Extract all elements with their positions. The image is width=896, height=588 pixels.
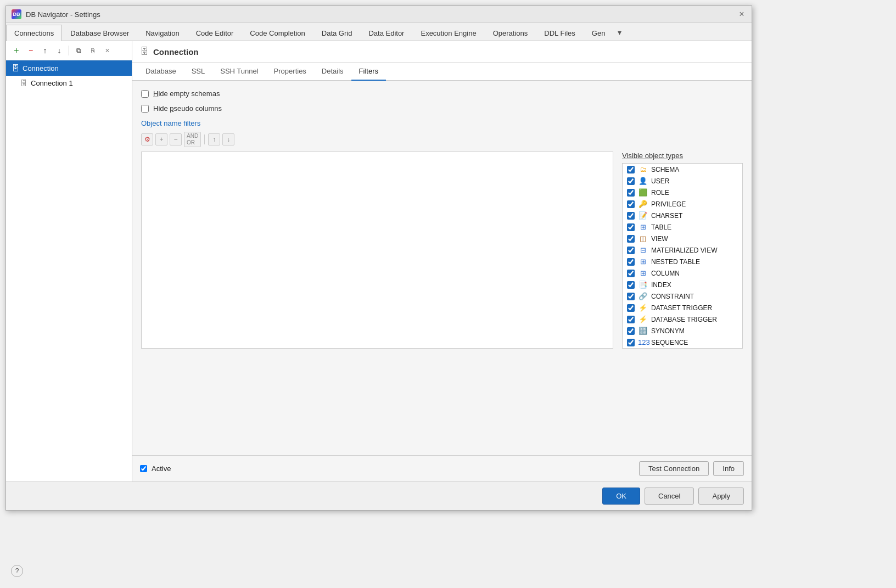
- tab-navigation[interactable]: Navigation: [137, 25, 187, 41]
- tab-ddl-files[interactable]: DDL Files: [536, 25, 584, 41]
- subtab-ssh-tunnel[interactable]: SSH Tunnel: [212, 63, 266, 81]
- type-name: DATASET TRIGGER: [651, 304, 712, 312]
- type-checkbox[interactable]: [627, 189, 635, 197]
- info-button[interactable]: Info: [713, 461, 744, 476]
- move-down-button[interactable]: ↓: [53, 44, 65, 57]
- apply-button[interactable]: Apply: [698, 488, 744, 505]
- sub-tab-bar: Database SSL SSH Tunnel Properties Detai…: [132, 63, 752, 81]
- object-name-filters-label: Object name filters: [141, 119, 743, 127]
- close-button[interactable]: ×: [737, 10, 746, 19]
- section-header: 🗄 Connection: [132, 41, 752, 63]
- help-button[interactable]: ?: [11, 565, 23, 577]
- subtab-properties[interactable]: Properties: [266, 63, 314, 81]
- visible-types-title: Visible object types: [622, 152, 743, 160]
- type-checkbox[interactable]: [627, 293, 635, 300]
- type-item: 🗂SCHEMA: [623, 164, 742, 175]
- tab-bar: Connections Database Browser Navigation …: [6, 23, 752, 41]
- type-checkbox[interactable]: [627, 200, 635, 208]
- type-checkbox[interactable]: [627, 270, 635, 277]
- type-item: ⚡DATABASE TRIGGER: [623, 313, 742, 325]
- filter-input-box[interactable]: [141, 152, 613, 349]
- type-icon: ⊞: [638, 223, 648, 231]
- subtab-database[interactable]: Database: [138, 63, 184, 81]
- type-item: ◫VIEW: [623, 233, 742, 244]
- sidebar-toolbar: + − ↑ ↓ ⧉ ⎘ ✕: [6, 41, 132, 60]
- type-item: 📑INDEX: [623, 279, 742, 290]
- type-checkbox[interactable]: [627, 281, 635, 289]
- type-name: ROLE: [651, 189, 669, 197]
- type-name: DATABASE TRIGGER: [651, 316, 717, 323]
- object-name-filters-section: Object name filters ⚙ + − AND OR ↑ ↓: [141, 119, 743, 349]
- type-checkbox[interactable]: [627, 212, 635, 220]
- type-icon: ⚡: [638, 315, 648, 323]
- type-checkbox[interactable]: [627, 223, 635, 231]
- type-checkbox[interactable]: [627, 327, 635, 335]
- subtab-details[interactable]: Details: [314, 63, 351, 81]
- hide-empty-schemas-row: Hide empty schemas: [141, 89, 743, 98]
- tab-gen[interactable]: Gen: [584, 25, 614, 41]
- paste-button[interactable]: ⎘: [87, 44, 99, 57]
- tab-code-completion[interactable]: Code Completion: [242, 25, 313, 41]
- subtab-filters[interactable]: Filters: [351, 63, 386, 81]
- filter-up-btn[interactable]: ↑: [208, 133, 220, 145]
- type-checkbox[interactable]: [627, 235, 635, 243]
- sidebar-item-connection1[interactable]: 🗄 Connection 1: [6, 76, 132, 91]
- move-up-button[interactable]: ↑: [39, 44, 51, 57]
- type-checkbox[interactable]: [627, 339, 635, 346]
- copy-button[interactable]: ⧉: [72, 44, 85, 57]
- bottom-bar: Active Test Connection Info: [132, 455, 752, 481]
- sidebar-item-connection[interactable]: 🗄 Connection: [6, 60, 132, 76]
- filter-toolbar-divider: [204, 135, 205, 144]
- type-icon: 📑: [638, 281, 648, 289]
- bottom-left: Active: [140, 464, 171, 473]
- section-header-icon: 🗄: [140, 47, 149, 57]
- subtab-ssl[interactable]: SSL: [184, 63, 213, 81]
- filter-toolbar: ⚙ + − AND OR ↑ ↓: [141, 132, 743, 147]
- type-checkbox[interactable]: [627, 177, 635, 185]
- type-icon: 🔡: [638, 327, 648, 335]
- filter-down-btn[interactable]: ↓: [222, 133, 234, 145]
- connection1-icon: 🗄: [20, 79, 27, 87]
- toolbar-divider-1: [69, 46, 69, 55]
- type-name: MATERIALIZED VIEW: [651, 247, 717, 254]
- window-title: DB Navigator - Settings: [26, 10, 100, 19]
- app-icon: DB: [12, 9, 21, 19]
- test-connection-button[interactable]: Test Connection: [639, 461, 709, 476]
- delete-button[interactable]: ✕: [101, 44, 113, 57]
- type-name: CHARSET: [651, 212, 682, 220]
- tab-connections[interactable]: Connections: [6, 25, 62, 41]
- filter-remove-btn[interactable]: −: [170, 133, 182, 145]
- add-button[interactable]: +: [10, 44, 23, 57]
- filter-and-or-btn[interactable]: AND OR: [184, 132, 201, 147]
- ok-button[interactable]: OK: [602, 488, 640, 505]
- type-item: ⊞COLUMN: [623, 267, 742, 279]
- type-checkbox[interactable]: [627, 166, 635, 173]
- type-item: 🟩ROLE: [623, 187, 742, 198]
- type-checkbox[interactable]: [627, 304, 635, 312]
- tab-database-browser[interactable]: Database Browser: [62, 25, 137, 41]
- hide-pseudo-columns-checkbox[interactable]: [141, 105, 149, 113]
- type-icon: ⊞: [638, 269, 648, 277]
- title-bar-left: DB DB Navigator - Settings: [12, 9, 100, 19]
- remove-button[interactable]: −: [25, 44, 37, 57]
- type-checkbox[interactable]: [627, 316, 635, 323]
- tab-operations[interactable]: Operations: [485, 25, 536, 41]
- type-item: 123SEQUENCE: [623, 337, 742, 348]
- active-checkbox[interactable]: [140, 465, 147, 472]
- hide-empty-schemas-checkbox[interactable]: [141, 90, 149, 98]
- type-name: SCHEMA: [651, 166, 679, 173]
- filter-add-btn[interactable]: +: [155, 133, 167, 145]
- type-checkbox[interactable]: [627, 247, 635, 254]
- type-checkbox[interactable]: [627, 258, 635, 266]
- type-item: 🔑PRIVILEGE: [623, 198, 742, 210]
- tab-code-editor[interactable]: Code Editor: [188, 25, 242, 41]
- tab-more-button[interactable]: ▾: [613, 24, 626, 41]
- main-window: DB DB Navigator - Settings × Connections…: [5, 5, 752, 511]
- filters-content: Hide empty schemas Hide pseudo columns O…: [132, 81, 752, 455]
- tab-execution-engine[interactable]: Execution Engine: [412, 25, 484, 41]
- tab-data-editor[interactable]: Data Editor: [360, 25, 412, 41]
- filter-settings-icon[interactable]: ⚙: [141, 133, 153, 145]
- type-icon: ⊞: [638, 257, 648, 266]
- tab-data-grid[interactable]: Data Grid: [313, 25, 361, 41]
- cancel-button[interactable]: Cancel: [645, 488, 694, 505]
